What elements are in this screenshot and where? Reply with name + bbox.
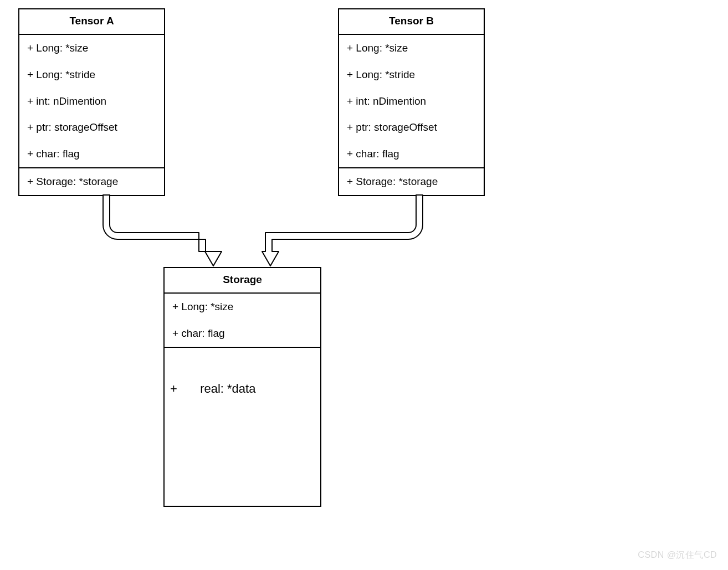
attr-section: + Long: *size + Long: *stride + int: nDi… xyxy=(19,35,164,168)
class-title: Tensor B xyxy=(339,9,484,35)
ref-section: + Storage: *storage xyxy=(19,168,164,195)
class-title: Storage xyxy=(165,268,320,294)
data-row: + real: *data xyxy=(165,348,320,430)
attr-row: + char: flag xyxy=(165,320,320,347)
attr-row: + int: nDimention xyxy=(19,88,164,115)
attr-row: + int: nDimention xyxy=(339,88,484,115)
attr-row: + Long: *size xyxy=(19,35,164,61)
class-box-tensor-b: Tensor B + Long: *size + Long: *stride +… xyxy=(338,8,485,196)
data-section: + real: *data xyxy=(165,348,320,501)
arrow-a-to-storage xyxy=(103,195,222,266)
attr-section: + Long: *size + char: flag xyxy=(165,294,320,348)
attr-row: + Long: *size xyxy=(165,294,320,320)
attr-row: + ptr: storageOffset xyxy=(19,114,164,141)
data-plus: + xyxy=(170,381,197,397)
class-box-storage: Storage + Long: *size + char: flag + rea… xyxy=(163,267,321,507)
class-box-tensor-a: Tensor A + Long: *size + Long: *stride +… xyxy=(18,8,165,196)
attr-row: + Long: *stride xyxy=(19,61,164,88)
attr-row: + ptr: storageOffset xyxy=(339,114,484,141)
data-label: real: *data xyxy=(200,382,255,396)
ref-section: + Storage: *storage xyxy=(339,168,484,195)
watermark: CSDN @沉住气CD xyxy=(638,550,717,561)
attr-row: + Long: *stride xyxy=(339,61,484,88)
class-title: Tensor A xyxy=(19,9,164,35)
arrow-b-to-storage xyxy=(262,195,423,266)
ref-row: + Storage: *storage xyxy=(19,168,164,195)
attr-section: + Long: *size + Long: *stride + int: nDi… xyxy=(339,35,484,168)
attr-row: + Long: *size xyxy=(339,35,484,61)
attr-row: + char: flag xyxy=(19,141,164,167)
attr-row: + char: flag xyxy=(339,141,484,167)
ref-row: + Storage: *storage xyxy=(339,168,484,195)
